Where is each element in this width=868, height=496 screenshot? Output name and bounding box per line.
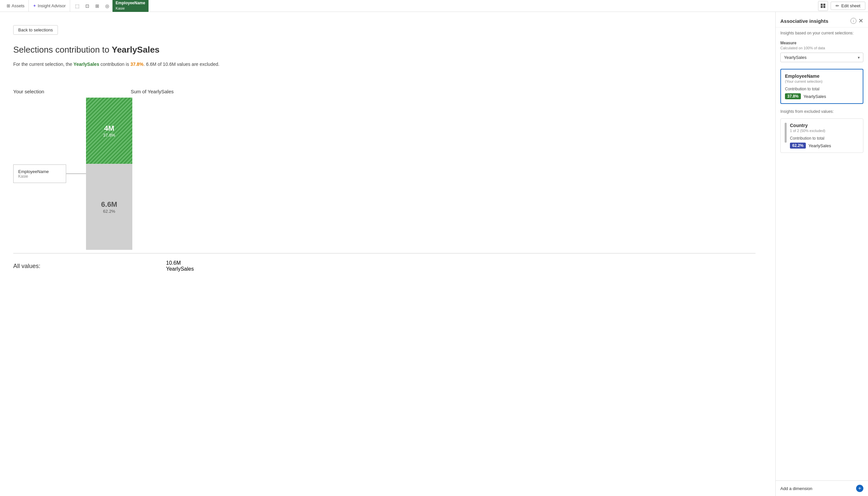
page-title-prefix: Selections contribution to — [13, 45, 112, 55]
topbar: ⊞ Assets ✦ Insight Advisor ⬚ ⊡ ⊞ ◎ Emplo… — [0, 0, 868, 12]
card-country-sub: 1 of 2 (50% excluded) — [790, 129, 831, 133]
lasso-icon[interactable]: ⬚ — [73, 1, 82, 11]
insight-icon: ✦ — [33, 3, 36, 8]
add-dimension-label: Add a dimension — [780, 486, 812, 491]
content-area: Back to selections Selections contributi… — [0, 12, 775, 496]
bar-stack: 4M 37.8% 6.6M 62.2% — [86, 98, 132, 250]
measure-dropdown[interactable]: YearlySales ▾ — [780, 52, 863, 62]
main-layout: Back to selections Selections contributi… — [0, 12, 868, 496]
bar-green-value: 4M — [104, 124, 114, 133]
selection-chip[interactable]: EmployeeName Kasie — [112, 0, 148, 12]
edit-sheet-button[interactable]: ✏ Edit sheet — [831, 2, 865, 10]
pan-icon[interactable]: ⊞ — [93, 1, 102, 11]
toolbar-icons: ⬚ ⊡ ⊞ ◎ EmployeeName Kasie — [70, 0, 818, 12]
totals-section: All values: 10.6M YearlySales — [13, 253, 756, 272]
chart-container: Your selection Sum of YearlySales Employ… — [13, 83, 756, 250]
excluded-card-body: Country 1 of 2 (50% excluded) Contributi… — [790, 123, 831, 149]
badge-employee-pct: 37.8% — [785, 93, 801, 99]
insight-advisor-label: Insight Advisor — [38, 3, 66, 8]
sum-label: Sum of YearlySales — [129, 89, 175, 94]
bar-gray-value: 6.6M — [101, 200, 117, 209]
back-to-selections-button[interactable]: Back to selections — [13, 25, 58, 35]
chevron-down-icon: ▾ — [858, 55, 860, 60]
info-icon[interactable]: i — [851, 18, 856, 24]
excluded-card: Country 1 of 2 (50% excluded) Contributi… — [780, 119, 863, 153]
sidebar-info: i ✕ — [851, 17, 863, 25]
bar-green: 4M 37.8% — [86, 98, 132, 164]
card-gray-content: Country 1 of 2 (50% excluded) Contributi… — [785, 123, 859, 149]
grid-view-button[interactable] — [818, 1, 828, 11]
card-country-name: Country — [790, 123, 831, 128]
assets-tab[interactable]: ⊞ Assets — [3, 0, 29, 12]
card-contrib-label: Contribution to total — [785, 87, 859, 91]
badge-country-pct: 62.2% — [790, 143, 806, 149]
subtitle: For the current selection, the YearlySal… — [13, 62, 756, 67]
edit-sheet-label: Edit sheet — [841, 3, 861, 8]
badge-row-country: 62.2% YearlySales — [790, 143, 831, 149]
chart-row: EmployeeName Kasie 4M 37.8% 6.6M 62.2% — [13, 98, 756, 250]
current-selection-card: EmployeeName (Your current selection) Co… — [780, 69, 863, 104]
subtitle-middle: contribution is — [99, 62, 130, 67]
target-icon[interactable]: ◎ — [102, 1, 112, 11]
subtitle-suffix: . 6.6M of 10.6M values are excluded. — [144, 62, 220, 67]
totals-value: 10.6M — [166, 260, 194, 266]
bar-gray-pct: 62.2% — [103, 209, 115, 214]
insights-label: Insights based on your current selection… — [776, 28, 868, 37]
bar-wrapper: 4M 37.8% 6.6M 62.2% — [86, 98, 132, 250]
bar-green-pct: 37.8% — [103, 133, 115, 138]
chip-name: EmployeeName — [116, 0, 145, 6]
topbar-right: ✏ Edit sheet — [818, 1, 865, 11]
card-country-contrib-label: Contribution to total — [790, 136, 831, 141]
badge-row-employee: 37.8% YearlySales — [785, 93, 859, 99]
totals-sub: YearlySales — [166, 266, 194, 272]
measure-selected: YearlySales — [784, 55, 806, 60]
badge-employee-measure: YearlySales — [804, 94, 826, 99]
measure-section: Measure Calculated on 100% of data Yearl… — [776, 37, 868, 65]
connector-line — [66, 173, 86, 174]
grid-icon — [821, 4, 825, 8]
selection-value: Kasie — [18, 174, 61, 179]
zoom-select-icon[interactable]: ⊡ — [83, 1, 92, 11]
subtitle-highlight2: 37.8% — [130, 62, 144, 67]
subtitle-highlight1: YearlySales — [74, 62, 99, 67]
totals-value-wrapper: 10.6M YearlySales — [166, 260, 194, 272]
badge-country-measure: YearlySales — [808, 143, 831, 148]
gray-bar — [785, 123, 787, 143]
page-title: Selections contribution to YearlySales — [13, 45, 756, 55]
sidebar-header: Associative insights i ✕ — [776, 12, 868, 28]
right-sidebar: Associative insights i ✕ Insights based … — [775, 12, 868, 496]
back-button-label: Back to selections — [18, 28, 53, 32]
card-employee-sub: (Your current selection) — [785, 79, 859, 83]
assets-label: Assets — [12, 3, 25, 8]
pencil-icon: ✏ — [836, 3, 839, 8]
plus-circle-icon: + — [856, 485, 863, 492]
your-selection-label: Your selection — [13, 89, 56, 94]
excluded-label: Insights from excluded values: — [776, 107, 868, 115]
bar-gray: 6.6M 62.2% — [86, 164, 132, 250]
add-dimension-button[interactable]: Add a dimension + — [776, 480, 868, 496]
card-employee-name: EmployeeName — [785, 74, 859, 79]
subtitle-prefix: For the current selection, the — [13, 62, 74, 67]
page-title-measure: YearlySales — [112, 45, 160, 55]
totals-label: All values: — [13, 260, 112, 272]
measure-sub: Calculated on 100% of data — [780, 46, 863, 50]
sidebar-title: Associative insights — [780, 18, 828, 24]
assets-icon: ⊞ — [6, 3, 10, 8]
selection-box: EmployeeName Kasie — [13, 165, 66, 183]
chip-value: Kasie — [116, 6, 145, 11]
measure-title: Measure — [780, 41, 863, 45]
selection-name: EmployeeName — [18, 169, 61, 174]
insight-advisor-tab[interactable]: ✦ Insight Advisor — [29, 0, 70, 12]
close-button[interactable]: ✕ — [858, 17, 863, 25]
